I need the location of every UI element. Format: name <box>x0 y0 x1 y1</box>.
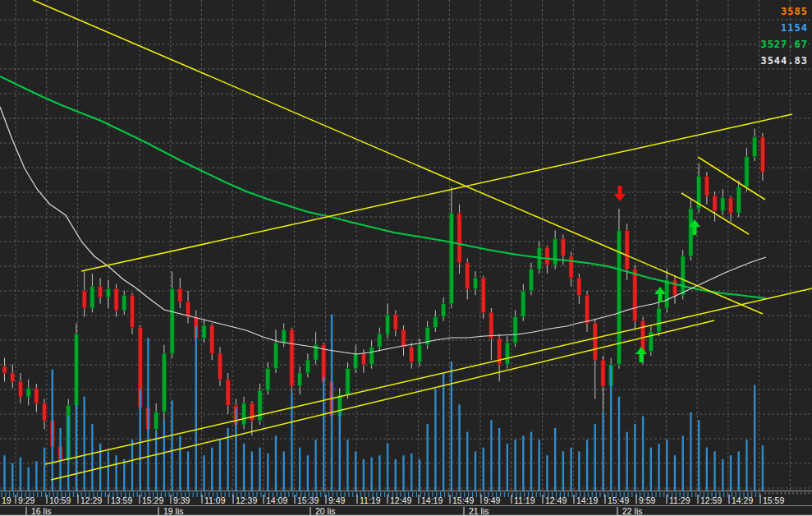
session-date-label: 16 lis <box>31 506 52 516</box>
time-label: 14:29 <box>732 495 753 505</box>
time-label: 10:59 <box>49 495 71 505</box>
candlestick-chart-canvas[interactable]: 199:2910:5912:2913:5915:299:3911:0912:39… <box>0 0 812 516</box>
price-readouts: 3585 1154 3527.67 3544.83 <box>759 3 808 69</box>
session-date-label: 20 lis <box>315 506 336 516</box>
session-date-label: 22 lis <box>622 506 643 516</box>
time-label: 9:39 <box>173 495 190 505</box>
last-volume-label: 1154 <box>759 20 808 36</box>
time-label: 9:59 <box>639 495 656 505</box>
time-label: 11:19 <box>360 495 381 505</box>
time-label: 12:49 <box>545 495 567 505</box>
trading-chart-window: 199:2910:5912:2913:5915:299:3911:0912:39… <box>0 0 812 516</box>
ma-white-value-label: 3544.83 <box>759 53 808 69</box>
time-label: 9:29 <box>18 495 35 505</box>
time-label: 12:59 <box>700 495 722 505</box>
time-label: 15:39 <box>297 495 319 505</box>
time-label: 14:19 <box>576 495 598 505</box>
time-label: 11:29 <box>669 495 690 505</box>
session-date-label: 21 lis <box>469 506 489 516</box>
time-label: 9:49 <box>328 495 346 505</box>
time-label: 13:59 <box>111 495 132 505</box>
ma-green-value-label: 3527.67 <box>759 36 808 53</box>
time-label: 11:09 <box>204 495 226 505</box>
time-label: 12:39 <box>236 495 257 505</box>
session-date-label: 19 lis <box>163 506 184 516</box>
time-label: 14:09 <box>266 495 287 505</box>
time-label: 15:49 <box>452 495 474 505</box>
time-label: 12:29 <box>80 495 102 505</box>
time-label: 15:49 <box>608 495 629 505</box>
last-price-label: 3585 <box>759 3 808 20</box>
time-label: 14:19 <box>421 495 443 505</box>
time-label: 19 <box>2 495 11 505</box>
time-label: 11:19 <box>514 495 535 505</box>
time-label: 12:49 <box>390 495 411 505</box>
time-label: 15:59 <box>763 495 784 505</box>
time-label: 15:29 <box>142 495 163 505</box>
time-label: 9:49 <box>484 495 501 505</box>
